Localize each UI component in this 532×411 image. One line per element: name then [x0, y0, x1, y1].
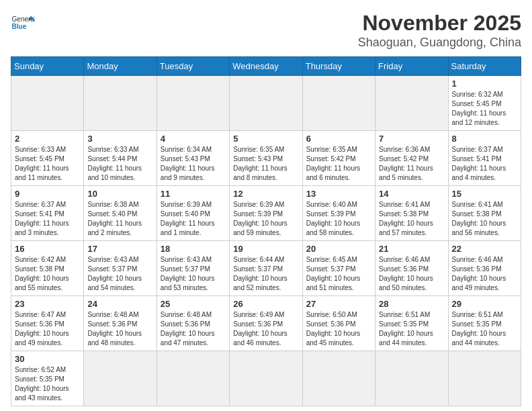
day-number: 20	[306, 244, 371, 254]
day-number: 3	[87, 134, 152, 144]
day-number: 4	[161, 134, 226, 144]
calendar-cell	[11, 76, 84, 131]
calendar-cell: 30Sunrise: 6:52 AM Sunset: 5:35 PM Dayli…	[11, 351, 84, 406]
day-info: Sunrise: 6:47 AM Sunset: 5:36 PM Dayligh…	[15, 310, 80, 348]
logo-icon: General Blue	[11, 11, 35, 35]
title-section: November 2025 Shaoguan, Guangdong, China	[358, 11, 521, 50]
day-number: 26	[233, 299, 298, 309]
day-number: 18	[161, 244, 226, 254]
day-info: Sunrise: 6:48 AM Sunset: 5:36 PM Dayligh…	[161, 310, 226, 348]
day-info: Sunrise: 6:37 AM Sunset: 5:41 PM Dayligh…	[15, 200, 80, 238]
calendar-header-wednesday: Wednesday	[230, 57, 302, 76]
calendar-cell	[448, 351, 521, 406]
day-info: Sunrise: 6:39 AM Sunset: 5:40 PM Dayligh…	[161, 200, 226, 238]
calendar-cell: 28Sunrise: 6:51 AM Sunset: 5:35 PM Dayli…	[375, 296, 448, 351]
day-number: 14	[379, 189, 444, 199]
calendar-cell: 18Sunrise: 6:43 AM Sunset: 5:37 PM Dayli…	[157, 241, 229, 296]
day-info: Sunrise: 6:45 AM Sunset: 5:37 PM Dayligh…	[306, 255, 371, 293]
day-number: 17	[87, 244, 152, 254]
calendar-cell: 21Sunrise: 6:46 AM Sunset: 5:36 PM Dayli…	[375, 241, 448, 296]
calendar-cell: 24Sunrise: 6:48 AM Sunset: 5:36 PM Dayli…	[84, 296, 157, 351]
calendar-cell: 8Sunrise: 6:37 AM Sunset: 5:41 PM Daylig…	[448, 131, 521, 186]
calendar-cell: 1Sunrise: 6:32 AM Sunset: 5:45 PM Daylig…	[448, 76, 521, 131]
calendar-cell: 20Sunrise: 6:45 AM Sunset: 5:37 PM Dayli…	[302, 241, 375, 296]
day-info: Sunrise: 6:35 AM Sunset: 5:42 PM Dayligh…	[306, 145, 371, 183]
calendar-cell: 17Sunrise: 6:43 AM Sunset: 5:37 PM Dayli…	[84, 241, 157, 296]
calendar-cell	[157, 76, 229, 131]
day-number: 19	[233, 244, 298, 254]
calendar-cell: 25Sunrise: 6:48 AM Sunset: 5:36 PM Dayli…	[157, 296, 229, 351]
svg-text:Blue: Blue	[11, 23, 26, 30]
day-info: Sunrise: 6:32 AM Sunset: 5:45 PM Dayligh…	[452, 90, 517, 128]
day-info: Sunrise: 6:52 AM Sunset: 5:35 PM Dayligh…	[15, 365, 80, 403]
calendar: SundayMondayTuesdayWednesdayThursdayFrid…	[11, 56, 521, 406]
logo: General Blue	[11, 11, 35, 35]
calendar-cell	[157, 351, 229, 406]
day-info: Sunrise: 6:41 AM Sunset: 5:38 PM Dayligh…	[452, 200, 517, 238]
calendar-week-row: 23Sunrise: 6:47 AM Sunset: 5:36 PM Dayli…	[11, 296, 521, 351]
calendar-cell: 23Sunrise: 6:47 AM Sunset: 5:36 PM Dayli…	[11, 296, 84, 351]
calendar-cell: 9Sunrise: 6:37 AM Sunset: 5:41 PM Daylig…	[11, 186, 84, 241]
day-number: 11	[161, 189, 226, 199]
calendar-cell	[84, 76, 157, 131]
day-info: Sunrise: 6:43 AM Sunset: 5:37 PM Dayligh…	[87, 255, 152, 293]
header: General Blue November 2025 Shaoguan, Gua…	[11, 11, 521, 50]
day-info: Sunrise: 6:51 AM Sunset: 5:35 PM Dayligh…	[379, 310, 444, 348]
calendar-cell	[230, 351, 302, 406]
day-number: 24	[87, 299, 152, 309]
day-info: Sunrise: 6:34 AM Sunset: 5:43 PM Dayligh…	[161, 145, 226, 183]
day-info: Sunrise: 6:50 AM Sunset: 5:36 PM Dayligh…	[306, 310, 371, 348]
day-info: Sunrise: 6:46 AM Sunset: 5:36 PM Dayligh…	[379, 255, 444, 293]
day-number: 9	[15, 189, 80, 199]
day-number: 2	[15, 134, 80, 144]
calendar-cell	[302, 76, 375, 131]
day-info: Sunrise: 6:35 AM Sunset: 5:43 PM Dayligh…	[233, 145, 298, 183]
day-number: 8	[452, 134, 517, 144]
calendar-header-friday: Friday	[375, 57, 448, 76]
day-info: Sunrise: 6:33 AM Sunset: 5:44 PM Dayligh…	[87, 145, 152, 183]
day-info: Sunrise: 6:38 AM Sunset: 5:40 PM Dayligh…	[87, 200, 152, 238]
calendar-week-row: 30Sunrise: 6:52 AM Sunset: 5:35 PM Dayli…	[11, 351, 521, 406]
calendar-header-monday: Monday	[84, 57, 157, 76]
calendar-header-row: SundayMondayTuesdayWednesdayThursdayFrid…	[11, 57, 521, 76]
day-number: 13	[306, 189, 371, 199]
day-number: 1	[452, 79, 517, 89]
calendar-cell: 4Sunrise: 6:34 AM Sunset: 5:43 PM Daylig…	[157, 131, 229, 186]
calendar-cell: 3Sunrise: 6:33 AM Sunset: 5:44 PM Daylig…	[84, 131, 157, 186]
calendar-week-row: 16Sunrise: 6:42 AM Sunset: 5:38 PM Dayli…	[11, 241, 521, 296]
day-info: Sunrise: 6:39 AM Sunset: 5:39 PM Dayligh…	[233, 200, 298, 238]
day-info: Sunrise: 6:51 AM Sunset: 5:35 PM Dayligh…	[452, 310, 517, 348]
calendar-cell	[230, 76, 302, 131]
calendar-cell: 12Sunrise: 6:39 AM Sunset: 5:39 PM Dayli…	[230, 186, 302, 241]
day-number: 25	[161, 299, 226, 309]
day-number: 22	[452, 244, 517, 254]
day-info: Sunrise: 6:36 AM Sunset: 5:42 PM Dayligh…	[379, 145, 444, 183]
day-info: Sunrise: 6:42 AM Sunset: 5:38 PM Dayligh…	[15, 255, 80, 293]
day-info: Sunrise: 6:40 AM Sunset: 5:39 PM Dayligh…	[306, 200, 371, 238]
day-info: Sunrise: 6:41 AM Sunset: 5:38 PM Dayligh…	[379, 200, 444, 238]
calendar-cell: 14Sunrise: 6:41 AM Sunset: 5:38 PM Dayli…	[375, 186, 448, 241]
calendar-week-row: 2Sunrise: 6:33 AM Sunset: 5:45 PM Daylig…	[11, 131, 521, 186]
calendar-cell: 10Sunrise: 6:38 AM Sunset: 5:40 PM Dayli…	[84, 186, 157, 241]
calendar-cell: 19Sunrise: 6:44 AM Sunset: 5:37 PM Dayli…	[230, 241, 302, 296]
day-number: 10	[87, 189, 152, 199]
calendar-cell: 27Sunrise: 6:50 AM Sunset: 5:36 PM Dayli…	[302, 296, 375, 351]
calendar-cell: 5Sunrise: 6:35 AM Sunset: 5:43 PM Daylig…	[230, 131, 302, 186]
day-number: 28	[379, 299, 444, 309]
calendar-cell: 11Sunrise: 6:39 AM Sunset: 5:40 PM Dayli…	[157, 186, 229, 241]
calendar-cell	[375, 351, 448, 406]
calendar-header-thursday: Thursday	[302, 57, 375, 76]
day-number: 12	[233, 189, 298, 199]
day-number: 29	[452, 299, 517, 309]
day-number: 30	[15, 354, 80, 364]
day-number: 7	[379, 134, 444, 144]
calendar-cell: 16Sunrise: 6:42 AM Sunset: 5:38 PM Dayli…	[11, 241, 84, 296]
calendar-cell: 22Sunrise: 6:46 AM Sunset: 5:36 PM Dayli…	[448, 241, 521, 296]
day-info: Sunrise: 6:43 AM Sunset: 5:37 PM Dayligh…	[161, 255, 226, 293]
calendar-cell: 26Sunrise: 6:49 AM Sunset: 5:36 PM Dayli…	[230, 296, 302, 351]
calendar-cell: 7Sunrise: 6:36 AM Sunset: 5:42 PM Daylig…	[375, 131, 448, 186]
calendar-header-sunday: Sunday	[11, 57, 84, 76]
calendar-cell	[84, 351, 157, 406]
day-info: Sunrise: 6:33 AM Sunset: 5:45 PM Dayligh…	[15, 145, 80, 183]
day-info: Sunrise: 6:48 AM Sunset: 5:36 PM Dayligh…	[87, 310, 152, 348]
